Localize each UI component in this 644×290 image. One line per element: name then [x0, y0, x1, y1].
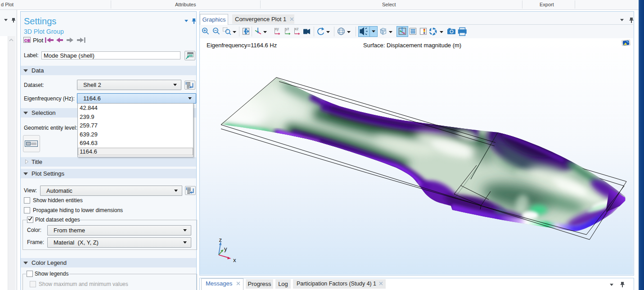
svg-text:xy: xy — [275, 27, 279, 31]
svg-text:x: x — [233, 257, 236, 263]
svg-text:y: y — [224, 245, 227, 252]
svg-text:yz: yz — [285, 27, 289, 31]
svg-text:z: z — [219, 236, 222, 243]
svg-text:xz: xz — [295, 27, 299, 31]
